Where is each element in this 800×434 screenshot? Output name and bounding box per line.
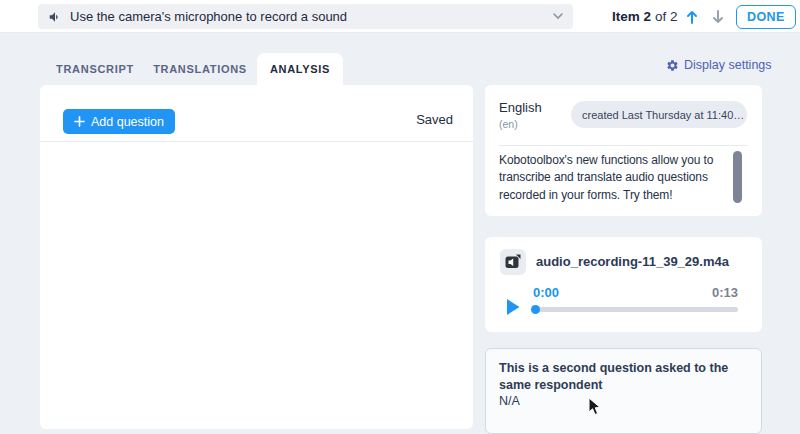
transcript-text: Kobotoolbox's new functions allow you to… [499,152,731,204]
saved-status: Saved [416,112,453,127]
previous-item-button[interactable] [683,7,701,27]
created-badge: created Last Thursday at 11:40… [571,101,747,128]
scrollbar-thumb[interactable] [733,151,742,203]
tab-transcript[interactable]: TRANSCRIPT [54,53,136,85]
play-button[interactable] [507,299,521,315]
analysis-panel: Add question Saved [40,85,473,429]
display-settings-button[interactable]: Display settings [666,56,772,74]
plus-icon [74,116,85,127]
progress-knob[interactable] [531,305,540,314]
language-card-divider [499,145,748,146]
question-text: This is a second question asked to the s… [499,360,749,394]
current-time: 0:00 [533,285,559,300]
top-bar: Use the camera's microphone to record a … [0,0,800,33]
add-question-label: Add question [91,115,164,129]
next-item-button[interactable] [709,7,727,27]
language-card: English (en) created Last Thursday at 11… [485,85,762,216]
duration: 0:13 [712,285,738,300]
add-question-button[interactable]: Add question [63,109,175,134]
panel-divider [40,141,473,142]
item-counter-current: Item 2 [612,9,651,24]
audio-question-label: Use the camera's microphone to record a … [70,9,545,24]
audio-question-dropdown[interactable]: Use the camera's microphone to record a … [38,4,573,29]
audio-file-icon [500,249,526,275]
item-counter: Item 2 of 2 [612,0,678,33]
tab-translations[interactable]: TRANSLATIONS [156,53,244,85]
language-code: (en) [499,118,518,130]
audio-filename: audio_recording-11_39_29.m4a [536,254,729,269]
tab-analysis[interactable]: ANALYSIS [257,53,343,85]
chevron-down-icon [553,13,563,20]
answer-text: N/A [499,394,520,408]
item-counter-total: of 2 [655,9,678,24]
display-settings-label: Display settings [684,58,772,72]
analysis-question-card: This is a second question asked to the s… [485,348,762,434]
gear-icon [666,59,679,72]
mouse-cursor [588,397,602,417]
language-name: English [499,100,542,115]
speaker-icon [48,10,62,24]
progress-bar[interactable] [533,307,738,312]
audio-player-card: audio_recording-11_39_29.m4a 0:00 0:13 [485,237,762,332]
done-button[interactable]: DONE [736,5,796,29]
